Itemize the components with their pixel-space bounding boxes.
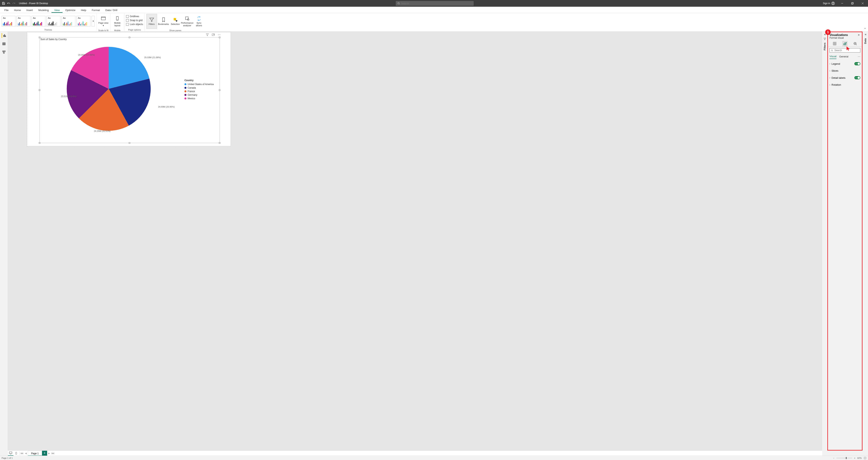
model-view-icon[interactable] xyxy=(2,50,6,55)
themes-more-button[interactable]: ▾ xyxy=(92,16,95,26)
ribbon-group-mobile: Mobile layout Mobile xyxy=(111,13,124,31)
expand-data-icon[interactable] xyxy=(864,33,867,36)
report-view-icon[interactable] xyxy=(2,33,6,38)
svg-line-47 xyxy=(856,44,857,45)
report-page[interactable]: Sum of Sales by Country Country United S… xyxy=(27,32,231,147)
selection-pane-button[interactable]: Selection xyxy=(170,14,181,29)
ribbon-tab-home[interactable]: Home xyxy=(11,7,24,13)
theme-thumb-3[interactable]: Aa xyxy=(46,16,60,26)
ribbon-tab-modeling[interactable]: Modeling xyxy=(35,7,52,13)
pie-chart xyxy=(54,41,164,136)
visual-filter-icon[interactable] xyxy=(206,33,209,36)
sync-slicers-button[interactable]: Sync slicers xyxy=(194,14,205,29)
ribbon-group-themes: AaAaAaAaAaAa▾ Themes xyxy=(0,13,96,31)
zoom-in-icon[interactable]: + xyxy=(854,457,856,459)
prev-page-icon[interactable]: ◂ xyxy=(24,451,28,455)
svg-rect-28 xyxy=(3,53,4,54)
ribbon-tab-insert[interactable]: Insert xyxy=(24,7,36,13)
more-options-icon[interactable] xyxy=(218,33,221,36)
add-page-button[interactable]: + xyxy=(42,451,47,456)
theme-thumb-1[interactable]: Aa xyxy=(17,16,30,26)
svg-point-48 xyxy=(831,50,833,51)
theme-thumb-4[interactable]: Aa xyxy=(62,16,75,26)
svg-point-0 xyxy=(398,3,399,4)
more-format-icon[interactable]: ⋯ xyxy=(858,55,860,58)
svg-point-35 xyxy=(219,34,219,35)
page-tab[interactable]: Page 1 xyxy=(28,451,42,456)
theme-thumb-5[interactable]: Aa xyxy=(76,16,90,26)
format-visual-icon[interactable] xyxy=(842,41,848,47)
svg-point-3 xyxy=(833,3,834,4)
filters-pane-collapsed[interactable]: Filters xyxy=(822,32,827,451)
window-title: Untitled - Power BI Desktop xyxy=(18,2,48,5)
legend-option[interactable]: ›Legend On xyxy=(830,60,860,67)
theme-thumb-2[interactable]: Aa xyxy=(32,16,45,26)
rotation-option[interactable]: ›Rotation xyxy=(830,81,860,88)
ribbon-tab-optimize[interactable]: Optimize xyxy=(63,7,78,13)
mobile-layout-icon[interactable] xyxy=(13,451,19,456)
theme-thumb-0[interactable]: Aa xyxy=(2,16,16,26)
ribbon-tab-format[interactable]: Format xyxy=(89,7,102,13)
data-pane-collapsed[interactable]: Data xyxy=(863,32,868,451)
desktop-layout-icon[interactable] xyxy=(8,451,13,456)
format-search[interactable] xyxy=(830,48,860,53)
zoom-level: 82% xyxy=(857,457,862,459)
snap-to-grid-checkbox[interactable]: Snap to grid xyxy=(126,19,143,22)
lock-objects-checkbox[interactable]: Lock objects xyxy=(126,23,143,26)
close-button[interactable] xyxy=(858,0,867,7)
global-search[interactable] xyxy=(396,1,474,6)
ribbon-tab-help[interactable]: Help xyxy=(78,7,89,13)
build-visual-icon[interactable] xyxy=(832,41,837,47)
performance-analyzer-button[interactable]: Performance analyzer xyxy=(182,14,192,29)
first-page-icon[interactable]: ⏮ xyxy=(20,452,24,455)
next-page-icon[interactable]: ▸ xyxy=(47,451,51,455)
global-search-input[interactable] xyxy=(401,2,472,5)
page-view-button[interactable]: Page view ▾ xyxy=(98,14,109,29)
filters-pane-button[interactable]: Filters xyxy=(146,14,157,29)
visualizations-title: Visualizations xyxy=(830,33,848,36)
maximize-button[interactable] xyxy=(848,0,857,7)
svg-rect-38 xyxy=(833,42,836,45)
fit-to-page-icon[interactable] xyxy=(864,457,866,459)
pie-chart-visual[interactable]: Sum of Sales by Country Country United S… xyxy=(39,37,220,143)
analytics-icon[interactable] xyxy=(852,41,858,47)
minimize-button[interactable] xyxy=(838,0,847,7)
legend-toggle[interactable]: On xyxy=(855,62,860,65)
save-icon[interactable] xyxy=(2,2,5,5)
focus-mode-icon[interactable] xyxy=(212,33,215,36)
legend-item[interactable]: Canada xyxy=(184,86,214,90)
sign-in-button[interactable]: Sign in xyxy=(821,0,836,7)
detail-labels-option[interactable]: ›Detail labels On xyxy=(830,74,860,81)
slices-option[interactable]: ›Slices xyxy=(830,67,860,74)
ribbon-group-page-options: Gridlines Snap to grid Lock objects Page… xyxy=(124,13,145,31)
undo-icon[interactable] xyxy=(7,2,10,5)
bookmarks-pane-button[interactable]: Bookmarks xyxy=(158,14,169,29)
legend-item[interactable]: Mexico xyxy=(184,97,214,100)
collapse-pane-icon[interactable] xyxy=(858,34,860,36)
zoom-slider[interactable] xyxy=(836,458,852,458)
gridlines-checkbox[interactable]: Gridlines xyxy=(126,14,139,18)
zoom-out-icon[interactable]: − xyxy=(833,457,834,459)
redo-icon[interactable] xyxy=(12,2,16,5)
legend-item[interactable]: France xyxy=(184,90,214,93)
svg-point-34 xyxy=(218,34,218,35)
search-icon xyxy=(831,49,833,52)
general-tab[interactable]: General xyxy=(839,54,848,59)
mobile-layout-button[interactable]: Mobile layout xyxy=(112,14,123,29)
legend-item[interactable]: Germany xyxy=(184,93,214,97)
visual-tab[interactable]: Visual xyxy=(830,54,836,59)
detail-labels-toggle[interactable]: On xyxy=(855,76,860,79)
svg-line-49 xyxy=(833,51,833,51)
ribbon-tab-view[interactable]: View xyxy=(52,7,63,13)
last-page-icon[interactable]: ⏭ xyxy=(51,452,55,455)
svg-rect-54 xyxy=(864,457,866,459)
ribbon-tab-data-drill[interactable]: Data / Drill xyxy=(102,7,120,13)
legend-item[interactable]: United States of America xyxy=(184,83,214,86)
report-canvas-wrap[interactable]: Sum of Sales by Country Country United S… xyxy=(8,32,822,451)
svg-marker-31 xyxy=(206,34,209,36)
svg-rect-45 xyxy=(845,43,846,45)
collapse-ribbon-icon[interactable] xyxy=(864,27,866,31)
svg-rect-21 xyxy=(3,42,5,45)
data-view-icon[interactable] xyxy=(2,41,6,46)
ribbon-tab-file[interactable]: File xyxy=(2,7,11,13)
